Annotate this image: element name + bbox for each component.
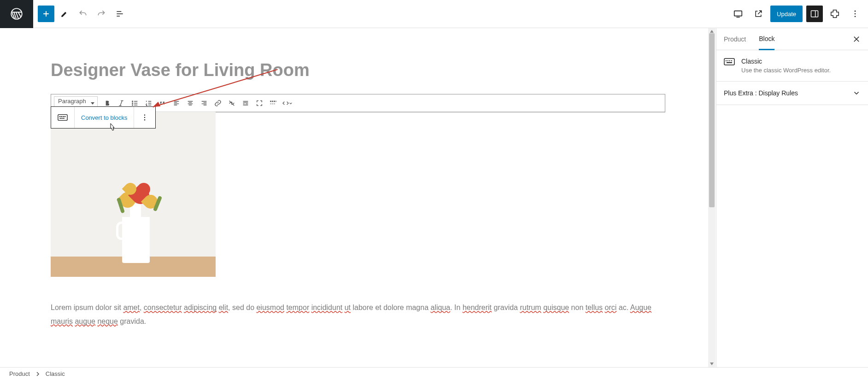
svg-rect-16 (58, 115, 67, 121)
svg-rect-9 (270, 100, 271, 102)
breadcrumb-root[interactable]: Product (9, 370, 30, 377)
format-select-value: Paragraph (58, 98, 86, 105)
svg-point-7 (132, 103, 133, 104)
align-left-button[interactable] (170, 96, 183, 110)
wordpress-logo-button[interactable] (0, 0, 33, 28)
svg-rect-12 (276, 100, 276, 102)
insert-more-button[interactable] (239, 96, 252, 110)
link-button[interactable] (211, 96, 225, 110)
topbar-right-tools: Update (730, 6, 868, 22)
caret-down-icon (91, 102, 94, 105)
content-image[interactable] (51, 112, 216, 277)
svg-rect-2 (811, 11, 818, 17)
svg-rect-23 (63, 118, 65, 119)
svg-rect-13 (270, 103, 271, 105)
svg-rect-19 (63, 116, 64, 117)
editor-canvas-wrap: Designer Vase for Living Room Paragraph (0, 28, 716, 367)
undo-button[interactable] (75, 6, 91, 22)
block-info-desc: Use the classic WordPress editor. (741, 67, 831, 74)
display-rules-panel-toggle[interactable]: Plus Extra : Display Rules (716, 82, 868, 105)
svg-rect-20 (65, 116, 66, 117)
editor-topbar: Update (0, 0, 868, 28)
align-right-button[interactable] (197, 96, 211, 110)
tab-block[interactable]: Block (759, 29, 774, 50)
svg-point-3 (855, 11, 856, 12)
align-center-button[interactable] (183, 96, 197, 110)
block-info-panel: Classic Use the classic WordPress editor… (716, 50, 868, 82)
block-info-title: Classic (741, 58, 831, 65)
svg-rect-22 (61, 118, 63, 119)
settings-sidebar-toggle[interactable] (806, 6, 823, 22)
breadcrumb-current[interactable]: Classic (46, 370, 65, 377)
svg-rect-18 (61, 116, 62, 117)
svg-rect-29 (724, 58, 734, 65)
sidebar-tabs: Product Block (716, 28, 868, 50)
svg-point-25 (144, 117, 145, 118)
post-title[interactable]: Designer Vase for Living Room (51, 60, 665, 80)
convert-to-blocks-button[interactable]: Convert to blocks (75, 107, 134, 128)
scroll-down-icon (710, 362, 714, 366)
settings-sidebar: Product Block Classic Use the classic Wo… (716, 28, 868, 367)
svg-rect-14 (272, 103, 273, 105)
svg-rect-31 (727, 60, 728, 61)
svg-rect-30 (726, 60, 727, 61)
options-menu-button[interactable] (847, 6, 863, 22)
svg-rect-11 (274, 100, 275, 102)
document-overview-button[interactable] (111, 6, 128, 22)
view-button[interactable] (730, 6, 746, 22)
toolbar-toggle-button[interactable] (266, 96, 280, 110)
svg-rect-34 (727, 62, 732, 63)
source-code-button[interactable] (280, 96, 294, 110)
fullscreen-button[interactable] (252, 96, 266, 110)
block-type-button[interactable] (51, 107, 75, 128)
topbar-left-tools (33, 6, 128, 22)
vertical-scrollbar[interactable] (708, 28, 716, 367)
svg-point-26 (144, 119, 145, 120)
svg-rect-10 (272, 100, 273, 102)
svg-rect-1 (734, 11, 742, 16)
tab-product[interactable]: Product (724, 29, 746, 49)
svg-point-24 (144, 115, 145, 116)
tools-edit-button[interactable] (56, 6, 73, 22)
content-paragraph[interactable]: Lorem ipsum dolor sit amet, consectetur … (51, 301, 665, 328)
preview-external-button[interactable] (750, 6, 767, 22)
svg-rect-21 (60, 118, 61, 119)
display-rules-label: Plus Extra : Display Rules (724, 89, 798, 97)
svg-point-6 (132, 101, 133, 102)
plugin-button[interactable] (827, 6, 843, 22)
chevron-down-icon (852, 89, 861, 97)
svg-point-4 (855, 13, 856, 15)
svg-point-5 (855, 16, 856, 18)
svg-rect-32 (729, 60, 730, 61)
redo-button[interactable] (93, 6, 110, 22)
svg-rect-17 (59, 116, 61, 117)
breadcrumb: Product Classic (0, 367, 868, 380)
svg-point-8 (132, 105, 133, 105)
add-block-button[interactable] (38, 6, 54, 22)
block-toolbar: Convert to blocks (51, 106, 156, 129)
unlink-button[interactable] (225, 96, 239, 110)
editor-canvas[interactable]: Designer Vase for Living Room Paragraph (0, 28, 716, 328)
update-button[interactable]: Update (770, 6, 803, 22)
keyboard-icon (724, 58, 735, 69)
blockquote-button[interactable] (156, 96, 170, 110)
block-more-options-button[interactable] (134, 107, 155, 128)
svg-rect-33 (731, 60, 732, 61)
scroll-up-icon (710, 29, 714, 33)
scrollbar-thumb[interactable] (709, 33, 715, 207)
sidebar-close-button[interactable] (852, 35, 861, 43)
chevron-right-icon (35, 372, 40, 376)
svg-rect-15 (274, 103, 275, 105)
editor-layout: Designer Vase for Living Room Paragraph (0, 28, 868, 367)
